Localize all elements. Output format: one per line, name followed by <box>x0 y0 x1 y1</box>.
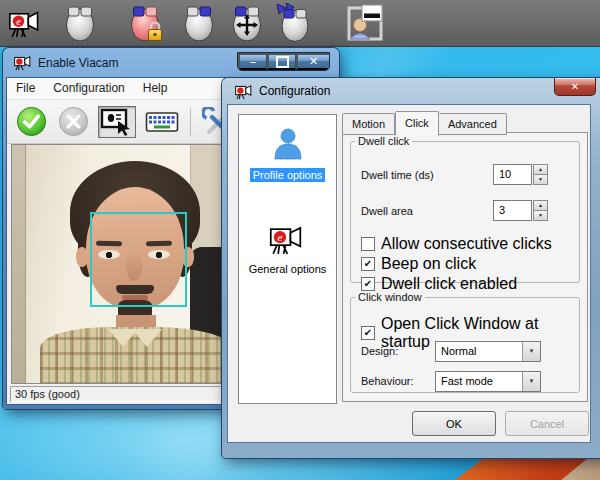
menu-configuration[interactable]: Configuration <box>44 78 133 99</box>
dialog-titlebar[interactable]: Configuration <box>227 78 600 104</box>
eviacam-camera-icon: e <box>269 223 307 255</box>
face-tracking-box <box>90 212 187 307</box>
gray-x-icon <box>58 106 89 137</box>
drag-click-mouse-button[interactable] <box>229 3 265 46</box>
green-check-icon <box>16 106 47 137</box>
dwell-area-value[interactable]: 3 <box>493 200 532 221</box>
svg-text:e: e <box>16 16 21 27</box>
no-click-mouse-button[interactable] <box>62 3 98 46</box>
design-value: Normal <box>436 342 522 361</box>
profile-options-label: Profile options <box>250 168 326 182</box>
click-tab-page: Dwell click Dwell time (ds) 10 ▲ ▼ Dwell… <box>342 132 588 402</box>
click-window-toggle-button[interactable] <box>98 106 136 138</box>
behaviour-value: Fast mode <box>436 372 522 391</box>
tab-motion[interactable]: Motion <box>342 113 395 135</box>
behaviour-label: Behaviour: <box>361 375 414 387</box>
sidebar-item-profile-options[interactable]: Profile options <box>239 127 336 183</box>
close-icon: ✕ <box>309 56 318 67</box>
checkbox-box[interactable]: ✔ <box>361 326 375 340</box>
main-window-title: Enable Viacam <box>38 56 119 70</box>
dwell-time-label: Dwell time (ds) <box>361 169 434 181</box>
eviacam-logo-icon: e <box>8 8 44 42</box>
design-combobox[interactable]: Normal ▼ <box>435 341 541 362</box>
person-icon <box>270 127 306 161</box>
click-window-bar: e <box>0 0 600 47</box>
checkbox-label: Allow consecutive clicks <box>381 235 552 253</box>
wall-edge <box>12 145 26 383</box>
design-dropdown-arrow-icon[interactable]: ▼ <box>522 342 540 361</box>
sidebar-item-general-options[interactable]: e General options <box>239 223 336 277</box>
menu-help[interactable]: Help <box>134 78 177 99</box>
dwell-area-down-button[interactable]: ▼ <box>533 210 548 221</box>
disable-tracking-button[interactable] <box>56 104 91 139</box>
behaviour-dropdown-arrow-icon[interactable]: ▼ <box>522 372 540 391</box>
click-window-group: Click window ✔ Open Click Window at star… <box>350 291 580 393</box>
dialog-close-button[interactable]: ✕ <box>554 78 596 96</box>
design-label: Design: <box>361 345 398 357</box>
minimize-icon: – <box>250 56 256 67</box>
dwell-time-spinner: 10 ▲ ▼ <box>493 164 548 185</box>
screen: e <box>0 0 600 480</box>
dialog-eviacam-icon <box>235 83 254 100</box>
checkbox-box[interactable]: ✔ <box>361 257 375 271</box>
svg-text:e: e <box>277 231 282 243</box>
beep-on-click-checkbox[interactable]: ✔ Beep on click <box>361 255 476 273</box>
dwell-click-legend: Dwell click <box>355 135 412 147</box>
eviacam-window-icon <box>14 54 33 71</box>
dwell-time-down-button[interactable]: ▼ <box>533 174 548 185</box>
checkbox-box[interactable] <box>361 237 375 251</box>
keyboard-icon <box>145 109 179 135</box>
options-listbox: Profile options e General options <box>238 114 337 404</box>
allow-consecutive-clicks-checkbox[interactable]: Allow consecutive clicks <box>361 235 552 253</box>
dialog-title: Configuration <box>259 84 330 98</box>
show-main-window-button[interactable] <box>345 3 385 46</box>
ok-button[interactable]: OK <box>412 411 496 436</box>
tab-advanced[interactable]: Advanced <box>439 113 507 135</box>
click-window-legend: Click window <box>355 291 425 303</box>
click-window-icon <box>100 108 134 136</box>
menu-file[interactable]: File <box>7 78 44 99</box>
dialog-client: Profile options e General options Motion… <box>227 104 591 443</box>
enable-tracking-button[interactable] <box>14 104 49 139</box>
cancel-button[interactable]: Cancel <box>505 411 589 436</box>
keyboard-button[interactable] <box>143 107 181 137</box>
tab-click[interactable]: Click <box>395 111 439 136</box>
dwell-time-value[interactable]: 10 <box>493 164 532 185</box>
maximize-button[interactable] <box>267 53 296 70</box>
dwell-area-spinner: 3 ▲ ▼ <box>493 200 548 221</box>
left-click-locked-mouse-button[interactable] <box>128 3 166 46</box>
double-click-mouse-button[interactable] <box>274 3 312 46</box>
person-shirt <box>40 327 234 384</box>
close-button[interactable]: ✕ <box>296 53 329 70</box>
toolbar-separator <box>190 108 191 136</box>
dialog-close-icon: ✕ <box>571 81 579 92</box>
maximize-icon <box>276 56 289 68</box>
dwell-click-group: Dwell click Dwell time (ds) 10 ▲ ▼ Dwell… <box>350 135 580 283</box>
caption-buttons: – ✕ <box>237 52 330 71</box>
right-click-mouse-button[interactable] <box>181 3 217 46</box>
config-tabs: Motion Click Advanced <box>342 111 507 135</box>
minimize-button[interactable]: – <box>238 53 267 70</box>
dwell-area-label: Dwell area <box>361 205 413 217</box>
checkbox-box[interactable]: ✔ <box>361 277 375 291</box>
configuration-dialog: Configuration ✕ Profile options <box>222 78 600 458</box>
general-options-label: General options <box>246 262 330 276</box>
behaviour-combobox[interactable]: Fast mode ▼ <box>435 371 541 392</box>
checkbox-label: Beep on click <box>381 255 476 273</box>
